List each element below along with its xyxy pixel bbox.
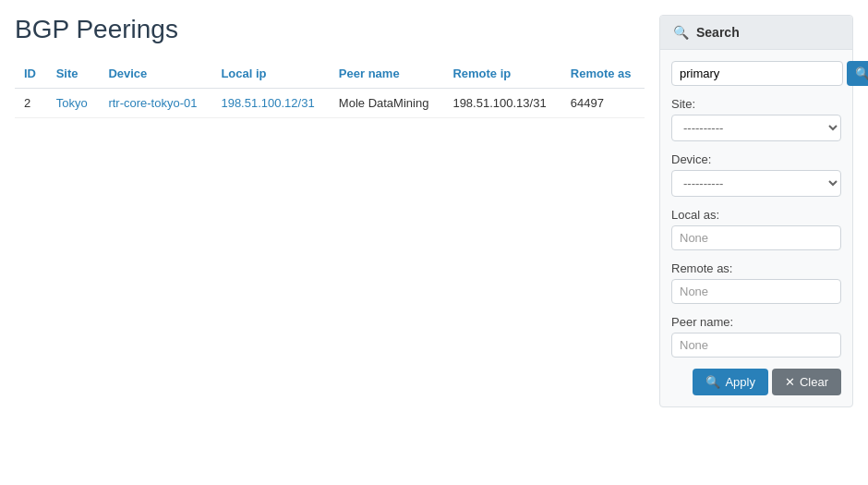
search-icon: 🔍	[855, 67, 868, 80]
clear-label: Clear	[800, 375, 828, 389]
local-as-input[interactable]	[671, 225, 841, 250]
search-submit-button[interactable]: 🔍	[847, 61, 868, 86]
table-row: 2Tokyortr-core-tokyo-01198.51.100.12/31M…	[15, 89, 645, 118]
cell-peer_name: Mole DataMining	[330, 89, 444, 118]
peer-name-label: Peer name:	[671, 315, 841, 329]
cell-id: 2	[15, 89, 47, 118]
site-label: Site:	[671, 97, 841, 111]
cell-device[interactable]: rtr-core-tokyo-01	[99, 89, 211, 118]
local-as-label: Local as:	[671, 208, 841, 222]
cell-remote_as: 64497	[561, 89, 645, 118]
col-header-remote-ip: Remote ip	[443, 59, 561, 89]
cell-site[interactable]: Tokyo	[47, 89, 100, 118]
apply-button[interactable]: 🔍 Apply	[693, 369, 768, 395]
site-select[interactable]: ----------	[671, 115, 841, 141]
clear-icon: ✕	[785, 375, 795, 389]
search-panel: 🔍 Search 🔍 Site: ---------- Device:	[659, 15, 853, 407]
col-header-peer-name: Peer name	[330, 59, 444, 89]
apply-icon: 🔍	[705, 375, 720, 389]
panel-header: 🔍 Search	[660, 16, 852, 50]
device-select[interactable]: ----------	[671, 170, 841, 197]
search-input[interactable]	[671, 61, 843, 86]
clear-button[interactable]: ✕ Clear	[772, 369, 841, 395]
search-header-icon: 🔍	[673, 25, 689, 40]
col-header-device: Device	[99, 59, 211, 89]
col-header-local-ip: Local ip	[211, 59, 329, 89]
apply-label: Apply	[725, 375, 755, 389]
col-header-id: ID	[15, 59, 47, 89]
col-header-remote-as: Remote as	[561, 59, 645, 89]
col-header-site: Site	[47, 59, 100, 89]
remote-as-input[interactable]	[671, 279, 841, 304]
cell-local_ip[interactable]: 198.51.100.12/31	[211, 89, 329, 118]
panel-title: Search	[696, 25, 740, 40]
device-label: Device:	[671, 152, 841, 166]
peer-name-input[interactable]	[671, 333, 841, 358]
cell-remote_ip: 198.51.100.13/31	[443, 89, 561, 118]
page-title: BGP Peerings	[15, 15, 645, 44]
remote-as-label: Remote as:	[671, 261, 841, 275]
bgp-peerings-table: ID Site Device Local ip Peer name Remote…	[15, 59, 645, 118]
